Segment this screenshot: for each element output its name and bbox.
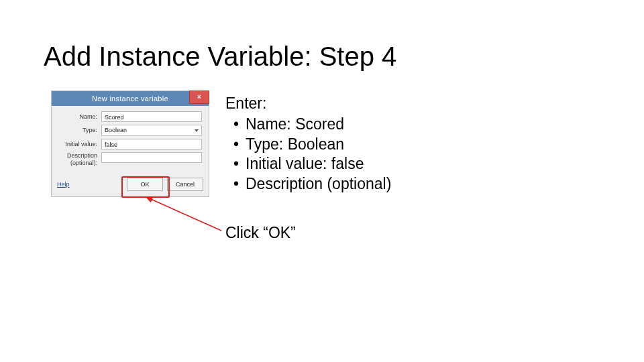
instructions-list: Name: Scored Type: Boolean Initial value… <box>225 115 391 194</box>
description-label-line1: Description <box>67 152 97 159</box>
click-ok-text: Click “OK” <box>225 224 296 242</box>
description-input[interactable] <box>101 152 202 163</box>
type-label: Type: <box>58 127 101 134</box>
dialog-footer: Help OK Cancel <box>52 174 209 196</box>
description-label: Description (optional): <box>58 152 101 167</box>
initial-value-label: Initial value: <box>58 141 101 148</box>
dialog-body: Name: Scored Type: Boolean Initial value… <box>52 106 209 174</box>
close-button[interactable]: × <box>189 90 209 104</box>
type-select[interactable]: Boolean <box>101 125 202 136</box>
cancel-button[interactable]: Cancel <box>167 178 203 191</box>
initial-value-input[interactable]: false <box>101 139 202 149</box>
description-label-line2: (optional): <box>70 160 97 166</box>
instruction-item: Name: Scored <box>246 115 391 134</box>
dialog-titlebar[interactable]: New instance variable × <box>52 91 209 106</box>
instructions-block: Enter: Name: Scored Type: Boolean Initia… <box>225 94 391 194</box>
instruction-item: Type: Boolean <box>246 135 391 154</box>
svg-line-0 <box>146 197 221 231</box>
new-instance-variable-dialog: New instance variable × Name: Scored Typ… <box>51 90 209 197</box>
slide-title: Add Instance Variable: Step 4 <box>44 42 396 72</box>
instruction-item: Initial value: false <box>246 154 391 174</box>
dialog-title: New instance variable <box>92 95 168 103</box>
ok-button[interactable]: OK <box>127 178 163 191</box>
instruction-item: Description (optional) <box>246 174 391 194</box>
help-link[interactable]: Help <box>57 181 70 188</box>
name-label: Name: <box>58 113 101 121</box>
instructions-heading: Enter: <box>225 94 391 113</box>
name-input[interactable]: Scored <box>101 111 202 122</box>
